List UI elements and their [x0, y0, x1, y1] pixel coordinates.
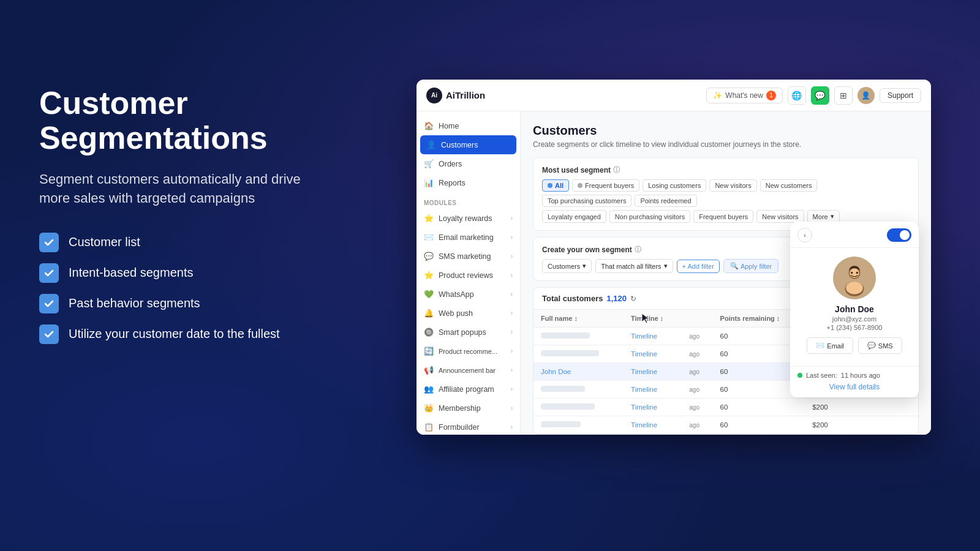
time-ago: ago	[689, 386, 699, 393]
svg-point-4	[846, 282, 862, 294]
chevron-down-icon: ▾	[831, 212, 834, 220]
globe-icon-button[interactable]: 🌐	[788, 86, 806, 105]
amount-cell: $200	[805, 416, 918, 434]
feature-item: Customer list	[39, 233, 333, 252]
sidebar-item-email[interactable]: ✉️ Email marketing ›	[417, 228, 520, 247]
grid-icon-button[interactable]: ⊞	[834, 86, 853, 105]
profile-popup: ‹	[790, 222, 919, 397]
seg-tag-loyalaty[interactable]: Loyalaty engaged	[542, 210, 606, 223]
check-icon-2	[39, 263, 59, 283]
seg-tag-more[interactable]: More ▾	[807, 210, 840, 223]
reviews-chevron: ›	[511, 272, 513, 279]
sidebar-item-membership[interactable]: 👑 Membership ›	[417, 399, 520, 418]
popup-avatar-section: John Doe john@xyz.com +1 (234) 567-8900 …	[790, 248, 919, 366]
chat-icon-button[interactable]: 💬	[811, 86, 829, 105]
affiliate-chevron: ›	[511, 386, 513, 392]
timeline-link[interactable]: Timeline	[631, 403, 657, 411]
amount-cell: $200	[805, 399, 918, 416]
sidebar-item-announcement[interactable]: 📢 Announcement bar ›	[417, 361, 520, 380]
membership-chevron: ›	[511, 405, 513, 411]
sidebar-reports-label: Reports	[439, 179, 466, 187]
popup-customer-phone: +1 (234) 567-8900	[827, 324, 883, 331]
sidebar-formbuilder-label: Formbuilder	[439, 423, 480, 432]
view-full-details-link[interactable]: View full details	[797, 383, 911, 391]
seg-tag-new-visitors[interactable]: New visitors	[709, 179, 756, 192]
last-seen-value: 11 hours ago	[841, 372, 880, 379]
seg-tag-all[interactable]: All	[542, 179, 569, 192]
logo-text: AiTrillion	[446, 90, 485, 100]
sidebar-orders-label: Orders	[439, 160, 462, 168]
apply-filter-button[interactable]: 🔍 Apply filter	[723, 259, 778, 273]
whatsapp-icon: 💚	[424, 290, 434, 299]
reports-icon: 📊	[424, 178, 434, 187]
match-filter-select[interactable]: That match all filters ▾	[595, 259, 673, 273]
skeleton-name	[541, 332, 590, 339]
online-indicator	[797, 373, 802, 378]
timeline-link[interactable]: Timeline	[631, 350, 657, 358]
main-content: Customers Create segments or click timel…	[521, 111, 931, 435]
time-ago: ago	[689, 351, 699, 358]
email-action-button[interactable]: ✉️ Email	[807, 337, 853, 354]
popup-footer: Last seen: 11 hours ago View full detail…	[790, 366, 919, 397]
feature-label-2: Intent-based segments	[69, 266, 193, 280]
logo-icon: Ai	[426, 88, 442, 103]
sidebar-item-affiliate[interactable]: 👥 Affiliate program ›	[417, 380, 520, 399]
sparkle-icon: ✨	[713, 91, 722, 100]
seg-tag-new-customers[interactable]: New customers	[760, 179, 818, 192]
popup-back-button[interactable]: ‹	[797, 228, 812, 242]
seg-tag-losing[interactable]: Losing customers	[643, 179, 706, 192]
seg-tag-frequent2[interactable]: Frequent buyers	[693, 210, 753, 223]
sidebar-item-whatsapp[interactable]: 💚 WhatsApp ›	[417, 285, 520, 304]
popup-customer-avatar	[833, 257, 876, 299]
seg-tag-top-purchasing[interactable]: Top purchasing customers	[542, 195, 631, 207]
seg-tag-points[interactable]: Points redeemed	[635, 195, 696, 207]
timeline-link[interactable]: Timeline	[631, 332, 657, 340]
sidebar-popups-label: Smart popups	[439, 328, 486, 337]
info-icon2: ⓘ	[635, 245, 641, 254]
customer-name-link[interactable]: John Doe	[541, 368, 571, 375]
last-seen-label: Last seen:	[806, 372, 837, 379]
feature-label-4: Utilize your customer date to the fulles…	[69, 327, 280, 341]
sidebar-item-home[interactable]: 🏠 Home	[417, 116, 520, 135]
sidebar-affiliate-label: Affiliate program	[439, 385, 494, 394]
whats-new-button[interactable]: ✨ What's new 1	[706, 88, 783, 103]
timeline-link[interactable]: Timeline	[631, 421, 657, 429]
support-button[interactable]: Support	[880, 88, 921, 103]
orders-icon: 🛒	[424, 159, 434, 168]
svg-point-5	[851, 272, 853, 274]
sidebar-item-reports[interactable]: 📊 Reports	[417, 173, 520, 192]
sidebar-item-loyalty[interactable]: ⭐ Loyalty rewards ›	[417, 209, 520, 228]
check-icon-4	[39, 324, 59, 344]
seg-tag-new-visitors2[interactable]: New visitors	[756, 210, 804, 223]
refresh-icon[interactable]: ↻	[630, 294, 636, 303]
timeline-link[interactable]: Timeline	[631, 368, 657, 375]
feature-item: Utilize your customer date to the fulles…	[39, 324, 333, 344]
sidebar-item-customers[interactable]: 👤 Customers	[420, 135, 516, 154]
announcement-chevron: ›	[511, 367, 513, 373]
page-title: Customers	[533, 124, 919, 138]
timeline-link[interactable]: Timeline	[631, 386, 657, 393]
page-subtitle: Create segments or click timeline to vie…	[533, 140, 919, 149]
sidebar-item-reviews[interactable]: ⭐ Product reviews ›	[417, 266, 520, 285]
sidebar-item-product-rec[interactable]: 🔄 Product recomme... ›	[417, 342, 520, 361]
whats-new-label: What's new	[725, 91, 763, 100]
sidebar-item-formbuilder[interactable]: 📋 Formbuilder ›	[417, 418, 520, 435]
seg-tag-non-purchasing[interactable]: Non purchasing visitors	[609, 210, 690, 223]
popups-chevron: ›	[511, 329, 513, 335]
sidebar-email-label: Email marketing	[439, 233, 494, 242]
product-rec-icon: 🔄	[424, 347, 434, 356]
sms-action-button[interactable]: 💬 SMS	[858, 337, 902, 354]
check-icon-1	[39, 233, 59, 252]
sidebar-item-webpush[interactable]: 🔔 Web push ›	[417, 304, 520, 323]
popup-toggle[interactable]	[887, 228, 911, 242]
sidebar-item-orders[interactable]: 🛒 Orders	[417, 154, 520, 173]
sidebar-announcement-label: Announcement bar	[439, 367, 496, 374]
sidebar-item-popups[interactable]: 🔘 Smart popups ›	[417, 323, 520, 342]
user-avatar[interactable]: 👤	[858, 87, 875, 104]
customers-filter-select[interactable]: Customers ▾	[542, 259, 592, 273]
sidebar-item-sms[interactable]: 💬 SMS marketing ›	[417, 247, 520, 266]
email-icon: ✉️	[424, 233, 434, 242]
total-customers-label: Total customers	[542, 294, 603, 303]
seg-tag-frequent[interactable]: Frequent buyers	[572, 179, 639, 192]
add-filter-button[interactable]: + Add filter	[677, 260, 720, 273]
